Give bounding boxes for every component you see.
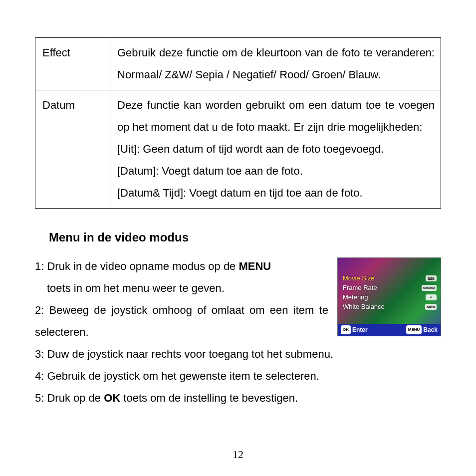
menu-item-movie-size: Movie Size 320 [343, 274, 437, 283]
step5-text-c: toets om de instelling te bevestigen. [120, 392, 298, 404]
footer-enter: OK Enter [341, 324, 368, 336]
menu-item-white-balance: White Balance AUTO [343, 302, 437, 312]
step5-text-a: 5: Druk op de [35, 392, 104, 404]
row-option: [Datum& Tijd]: Voegt datum en tijd toe a… [117, 182, 435, 204]
menu-item-badge: ▭▭▭ [422, 285, 437, 291]
menu-item-label: White Balance [343, 302, 385, 312]
row-description: Deze functie kan worden gebruikt om een … [110, 90, 441, 209]
section-heading: Menu in de video modus [49, 231, 441, 244]
instruction-step-4: 4: Gebruik de joystick om het gewenste i… [35, 365, 441, 387]
video-menu-figure: Movie Size 320 Frame Rate ▭▭▭ Metering ▪… [337, 257, 441, 336]
row-label: Datum [35, 90, 110, 209]
row-description: Gebruik deze functie om de kleurtoon van… [110, 38, 441, 90]
menu-item-badge: AUTO [425, 304, 437, 310]
row-label: Effect [35, 38, 110, 90]
table-row: Effect Gebruik deze functie om de kleurt… [35, 38, 441, 90]
footer-back-label: Back [423, 324, 438, 336]
instruction-step-5: 5: Druk op de OK toets om de instelling … [35, 387, 441, 409]
table-row: Datum Deze functie kan worden gebruikt o… [35, 90, 441, 209]
footer-enter-label: Enter [352, 324, 368, 336]
row-option: [Datum]: Voegt datum toe aan de foto. [117, 160, 435, 182]
ok-key-icon: OK [341, 325, 351, 334]
menu-key-icon: MENU [406, 325, 422, 334]
step1-text-b: MENU [238, 260, 271, 272]
menu-item-frame-rate: Frame Rate ▭▭▭ [343, 283, 437, 293]
menu-item-label: Metering [343, 293, 368, 302]
step1-text-a: 1: Druk in de video opname modus op de [35, 260, 238, 272]
footer-back: MENU Back [406, 324, 438, 336]
row-option: [Uit]: Geen datum of tijd wordt aan de f… [117, 138, 435, 160]
instructions-block: Movie Size 320 Frame Rate ▭▭▭ Metering ▪… [35, 255, 441, 409]
instruction-step-3: 3: Duw de joystick naar rechts voor toeg… [35, 343, 441, 365]
menu-item-label: Frame Rate [343, 283, 377, 293]
video-menu-preview-strip [338, 258, 441, 272]
menu-item-label: Movie Size [343, 274, 375, 283]
menu-item-badge: 320 [426, 275, 437, 281]
menu-item-metering: Metering ▪ [343, 293, 437, 302]
manual-page: Effect Gebruik deze functie om de kleurt… [0, 0, 476, 476]
row-intro: Deze functie kan worden gebruikt om een … [117, 94, 435, 138]
video-menu-screenshot: Movie Size 320 Frame Rate ▭▭▭ Metering ▪… [337, 257, 441, 336]
step5-text-b: OK [104, 392, 120, 404]
page-number: 12 [0, 448, 476, 461]
video-menu-list: Movie Size 320 Frame Rate ▭▭▭ Metering ▪… [338, 272, 441, 324]
settings-table: Effect Gebruik deze functie om de kleurt… [35, 37, 441, 209]
menu-item-badge: ▪ [426, 294, 437, 300]
video-menu-footer: OK Enter MENU Back [338, 324, 441, 336]
